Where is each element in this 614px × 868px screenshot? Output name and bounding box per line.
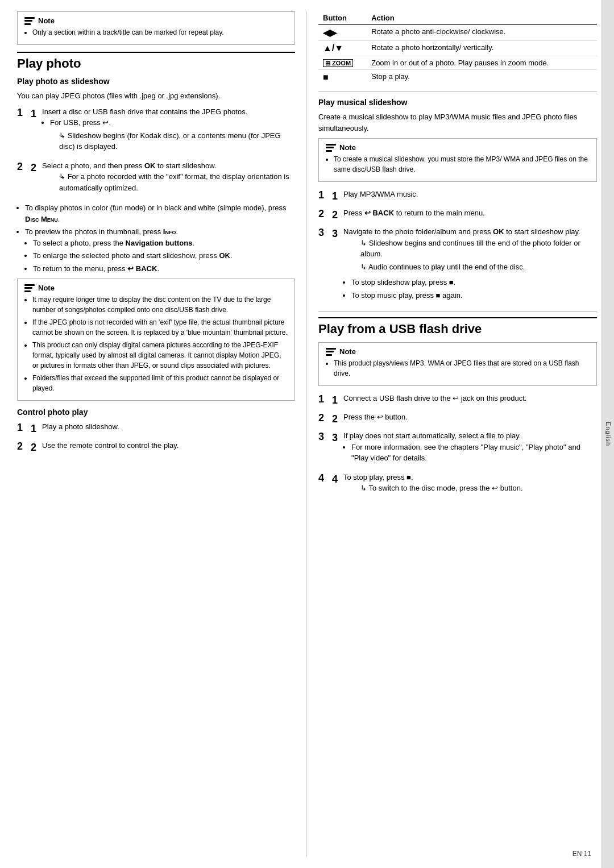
step-1-sub-1: For USB, press ↩.: [50, 117, 295, 128]
slideshow-intro: You can play JPEG photos (files with .jp…: [17, 90, 295, 102]
main-content: Note Only a section within a track/title…: [0, 0, 614, 868]
musical-step-1-num: 1: [332, 189, 338, 204]
table-row-4: ■ Stop a play.: [318, 70, 597, 85]
note-label: Note: [38, 16, 55, 25]
usb-note-list: This product plays/views MP3, WMA or JPE…: [326, 358, 590, 379]
control-step-1: 1 Play a photo slideshow.: [17, 421, 295, 437]
slideshow-note-4: Folders/files that exceed the supported …: [32, 373, 288, 393]
usb-sub-2: To switch to the disc mode, press the ↩ …: [351, 483, 597, 494]
step-2-sub-1: For a photo recorded with the "exif" for…: [50, 171, 295, 193]
page-number: EN 11: [572, 850, 591, 858]
musical-note-icon: [326, 144, 336, 152]
usb-step-2: 2 Press the ↩ button.: [318, 412, 597, 427]
usb-step-2-content: Press the ↩ button.: [343, 412, 597, 427]
table-row-2: ▲/▼ Rotate a photo horizontally/ vertica…: [318, 41, 597, 56]
slideshow-steps: 1 Insert a disc or USB flash drive that …: [17, 106, 295, 198]
info-sub-1: To select a photo, press the Navigation …: [33, 238, 295, 249]
page: Note Only a section within a track/title…: [0, 0, 614, 868]
btn-zoom: ⊞ ZOOM: [318, 56, 367, 70]
slideshow-note-2: If the JPEG photo is not recorded with a…: [32, 317, 288, 338]
control-step-2-content: Use the remote control to control the pl…: [42, 440, 295, 455]
usb-step-3: 3 If play does not start automatically, …: [318, 430, 597, 468]
usb-step-3-num: 3: [332, 430, 338, 468]
table-row-1: ◀▶ Rotate a photo anti-clockwise/ clockw…: [318, 25, 597, 41]
usb-step-2-num: 2: [332, 412, 338, 427]
usb-step-4-sub: To switch to the disc mode, press the ↩ …: [343, 483, 597, 494]
musical-intro: Create a musical slideshow to play MP3/W…: [318, 111, 597, 134]
usb-step-1-num: 1: [332, 393, 338, 408]
action-rotate-clockwise: Rotate a photo anti-clockwise/ clockwise…: [367, 25, 597, 41]
musical-step-3: 3 Navigate to the photo folder/album and…: [318, 226, 597, 305]
table-row-3: ⊞ ZOOM Zoom in or out of a photo. Play p…: [318, 56, 597, 70]
step-1-num: 1: [31, 106, 36, 157]
musical-note-box: Note To create a musical slideshow, you …: [318, 138, 597, 182]
info-sub-3: To return to the menu, press ↩ BACK.: [33, 263, 295, 275]
right-column: Button Action ◀▶ Rotate a photo anti-clo…: [307, 11, 597, 857]
action-rotate-horizontal: Rotate a photo horizontally/ vertically.: [367, 41, 597, 56]
button-table-wrapper: Button Action ◀▶ Rotate a photo anti-clo…: [318, 11, 597, 85]
divider-2: [318, 311, 597, 312]
control-steps: 1 Play a photo slideshow. 2 Use the remo…: [17, 421, 295, 455]
musical-step-3-bullets: To stop slideshow play, press ■. To stop…: [343, 277, 597, 301]
musical-sub-2: Audio continues to play until the end of…: [351, 261, 597, 273]
usb-note-icon: [326, 348, 336, 356]
usb-step-1-content: Connect a USB flash drive to the ↩ jack …: [343, 393, 597, 408]
usb-note-header: Note: [326, 347, 590, 356]
step-2-text: Select a photo, and then press OK to sta…: [42, 161, 216, 170]
musical-step-3-content: Navigate to the photo folder/album and p…: [343, 226, 597, 305]
musical-title: Play musical slideshow: [318, 98, 597, 107]
usb-note-box: Note This product plays/views MP3, WMA o…: [318, 342, 597, 386]
usb-step-1: 1 Connect a USB flash drive to the ↩ jac…: [318, 393, 597, 408]
play-photo-title: Play photo: [17, 52, 295, 71]
musical-steps: 1 Play MP3/WMA music. 2 Press ↩ BACK to …: [318, 189, 597, 305]
musical-sub-1: Slideshow begins and continues till the …: [351, 238, 597, 260]
table-col2-header: Action: [367, 11, 597, 25]
control-step-2: 2 Use the remote control to control the …: [17, 440, 295, 455]
step-2-content: Select a photo, and then press OK to sta…: [42, 160, 295, 198]
control-step-1-content: Play a photo slideshow.: [42, 421, 295, 437]
musical-step-2-num: 2: [332, 207, 338, 223]
table-col1-header: Button: [318, 11, 367, 25]
note-header: Note: [24, 16, 288, 25]
slideshow-note-list: It may require longer time to display th…: [24, 294, 288, 393]
info-sub-list: To select a photo, press the Navigation …: [25, 238, 295, 275]
usb-note-label: Note: [339, 347, 356, 356]
left-column: Note Only a section within a track/title…: [17, 11, 307, 857]
usb-steps: 1 Connect a USB flash drive to the ↩ jac…: [318, 393, 597, 499]
control-step-1-num: 1: [31, 421, 36, 437]
btn-stop: ■: [318, 70, 367, 85]
usb-step-4-content: To stop play, press ■. To switch to the …: [343, 472, 597, 499]
usb-step-3-sub: For more information, see the chapters "…: [343, 442, 597, 464]
slideshow-note-1: It may require longer time to display th…: [32, 294, 288, 315]
musical-step-2-content: Press ↩ BACK to return to the main menu.: [343, 207, 597, 223]
usb-step-4-num: 4: [332, 472, 338, 499]
usb-note-item-1: This product plays/views MP3, WMA or JPE…: [334, 358, 590, 379]
musical-bullet-2: To stop music play, press ■ again.: [351, 290, 597, 301]
slideshow-subtitle: Play photo as slideshow: [17, 77, 295, 86]
musical-note-label: Note: [339, 143, 356, 152]
step-2-sub: For a photo recorded with the "exif" for…: [42, 171, 295, 193]
musical-note-item-1: To create a musical slideshow, you must …: [334, 154, 590, 175]
info-sub-2: To enlarge the selected photo and start …: [33, 250, 295, 261]
musical-step-3-sub: Slideshow begins and continues till the …: [343, 238, 597, 273]
action-zoom-text: Zoom in or out of a photo. Play pauses i…: [371, 59, 549, 67]
musical-step-1: 1 Play MP3/WMA music.: [318, 189, 597, 204]
action-zoom: Zoom in or out of a photo. Play pauses i…: [367, 56, 597, 70]
slideshow-note-3: This product can only display digital ca…: [32, 340, 288, 371]
control-subtitle: Control photo play: [17, 408, 295, 417]
musical-step-1-content: Play MP3/WMA music.: [343, 189, 597, 204]
top-note-list: Only a section within a track/title can …: [24, 27, 288, 38]
slideshow-note-box: Note It may require longer time to displ…: [17, 279, 295, 401]
bullet-info: To preview the photos in thumbnail, pres…: [25, 226, 295, 274]
language-side-tab: English: [601, 0, 614, 868]
usb-title: Play from a USB flash drive: [318, 317, 597, 337]
control-step-2-num: 2: [31, 440, 36, 455]
musical-step-2: 2 Press ↩ BACK to return to the main men…: [318, 207, 597, 223]
slideshow-bullets: To display photos in color (fun mode) or…: [17, 202, 295, 274]
musical-step-3-num: 3: [332, 226, 338, 305]
usb-step-4: 4 To stop play, press ■. To switch to th…: [318, 472, 597, 499]
top-note-item-1: Only a section within a track/title can …: [32, 27, 288, 38]
button-table: Button Action ◀▶ Rotate a photo anti-clo…: [318, 11, 597, 85]
usb-step-3-content: If play does not start automatically, se…: [343, 430, 597, 468]
btn-updown: ▲/▼: [318, 41, 367, 56]
